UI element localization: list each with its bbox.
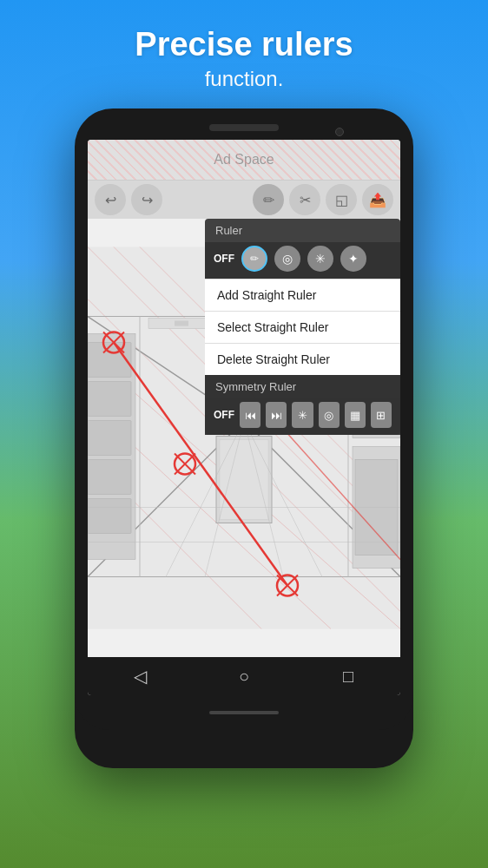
svg-rect-19 bbox=[88, 421, 131, 456]
nav-home-button[interactable]: ○ bbox=[227, 659, 261, 694]
nav-recent-button[interactable]: □ bbox=[331, 659, 366, 694]
phone-screen: Ad Space ↩ ↪ ✏ ✂ ◱ 📤 bbox=[88, 140, 400, 695]
delete-straight-ruler-item[interactable]: Delete Straight Ruler bbox=[205, 343, 400, 375]
ruler-header: Ruler bbox=[205, 219, 400, 242]
top-header: Precise rulers function. bbox=[135, 0, 353, 108]
sym-icon-prev[interactable]: ⏮ bbox=[240, 402, 260, 428]
symmetry-off-label: OFF bbox=[214, 409, 234, 421]
svg-rect-20 bbox=[88, 460, 131, 495]
ruler-icons-row: OFF ✏ ◎ ✳ ✦ bbox=[205, 242, 400, 279]
undo-button[interactable]: ↩ bbox=[95, 184, 126, 215]
symmetry-ruler-header: Symmetry Ruler bbox=[205, 375, 400, 398]
phone-bottom bbox=[75, 695, 413, 730]
sym-icon-star[interactable]: ✳ bbox=[292, 402, 313, 428]
ruler-icon-burst[interactable]: ✦ bbox=[340, 246, 366, 272]
tool-export-button[interactable]: 📤 bbox=[362, 184, 393, 215]
tool-draw-button[interactable]: ✏ bbox=[253, 184, 284, 215]
sym-icon-next[interactable]: ⏭ bbox=[266, 402, 287, 428]
symmetry-icons-row: OFF ⏮ ⏭ ✳ ◎ ▦ ⊞ bbox=[205, 398, 400, 435]
svg-rect-18 bbox=[88, 382, 131, 417]
tool-select-button[interactable]: ✂ bbox=[289, 184, 320, 215]
ruler-off-label: OFF bbox=[214, 253, 234, 265]
home-indicator bbox=[209, 711, 279, 714]
camera bbox=[335, 128, 344, 136]
redo-button[interactable]: ↪ bbox=[131, 184, 162, 215]
ruler-icon-radial[interactable]: ✳ bbox=[307, 246, 333, 272]
drawing-area: Ruler OFF ✏ ◎ ✳ ✦ Add Straight Ruler Sel… bbox=[88, 219, 400, 657]
sym-icon-grid[interactable]: ▦ bbox=[345, 402, 366, 428]
main-subtitle: function. bbox=[135, 67, 353, 91]
ad-space-bar: Ad Space bbox=[88, 140, 400, 181]
svg-rect-23 bbox=[175, 321, 188, 326]
main-title: Precise rulers bbox=[135, 26, 353, 63]
ad-space-label: Ad Space bbox=[214, 152, 274, 167]
sym-icon-circle[interactable]: ◎ bbox=[319, 402, 340, 428]
speaker bbox=[209, 124, 279, 131]
phone-nav-bar: ◁ ○ □ bbox=[88, 657, 400, 695]
toolbar: ↩ ↪ ✏ ✂ ◱ 📤 bbox=[88, 181, 400, 219]
sym-icon-box[interactable]: ⊞ bbox=[371, 402, 392, 428]
phone-frame: Ad Space ↩ ↪ ✏ ✂ ◱ 📤 bbox=[75, 108, 413, 768]
add-straight-ruler-item[interactable]: Add Straight Ruler bbox=[205, 279, 400, 311]
ruler-icon-circle[interactable]: ◎ bbox=[274, 246, 300, 272]
tool-layer-button[interactable]: ◱ bbox=[326, 184, 357, 215]
svg-rect-21 bbox=[88, 499, 131, 534]
nav-back-button[interactable]: ◁ bbox=[122, 659, 157, 694]
ruler-icon-pencil[interactable]: ✏ bbox=[241, 246, 267, 272]
select-straight-ruler-item[interactable]: Select Straight Ruler bbox=[205, 311, 400, 343]
ruler-dropdown: Ruler OFF ✏ ◎ ✳ ✦ Add Straight Ruler Sel… bbox=[205, 219, 400, 435]
